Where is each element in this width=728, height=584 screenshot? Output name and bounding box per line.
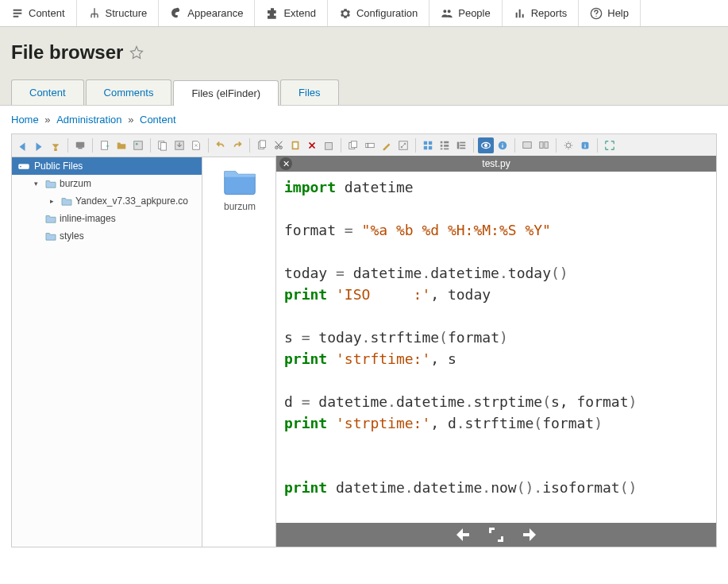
- cut-icon: [273, 140, 284, 151]
- admin-menu-help[interactable]: Help: [579, 0, 641, 26]
- toolbar-fullscreen-button[interactable]: [602, 137, 618, 153]
- viewer-fullscreen-button[interactable]: [487, 525, 506, 544]
- viewer-prev-button[interactable]: [452, 525, 471, 544]
- content-icon: [11, 7, 24, 20]
- toolbar-cut-button[interactable]: [271, 137, 287, 153]
- svg-rect-22: [424, 146, 427, 149]
- open-icon: [157, 140, 168, 151]
- tab-files-elfinder-[interactable]: Files (elFinder): [173, 80, 279, 106]
- svg-rect-39: [545, 142, 548, 149]
- svg-rect-23: [429, 146, 432, 149]
- tree-root-public-files[interactable]: Public Files: [12, 157, 202, 175]
- toolbar-copy-button[interactable]: [254, 137, 270, 153]
- copy-icon: [256, 140, 268, 151]
- admin-menu-configuration[interactable]: Configuration: [328, 0, 429, 26]
- svg-rect-24: [441, 141, 443, 144]
- toolbar-help-button[interactable]: [536, 137, 552, 153]
- view-details-icon: [456, 140, 467, 151]
- toolbar-redo-button[interactable]: [229, 137, 245, 153]
- toolbar-settings-button[interactable]: [560, 137, 576, 153]
- tree-root-label: Public Files: [34, 161, 83, 172]
- toolbar-view-details-button[interactable]: [453, 137, 469, 153]
- breadcrumb-link[interactable]: Administration: [56, 114, 121, 126]
- toolbar-undo-button[interactable]: [213, 137, 229, 153]
- admin-menu-content[interactable]: Content: [0, 0, 77, 26]
- favorite-star-icon[interactable]: [129, 45, 144, 60]
- svg-rect-3: [102, 141, 108, 150]
- admin-menu-structure[interactable]: Structure: [77, 0, 160, 26]
- file-preview-viewer: ✕ test.py import datetime format = "%a %…: [275, 156, 716, 547]
- breadcrumb-link[interactable]: Home: [11, 114, 39, 126]
- tree-item-burzum[interactable]: ▾burzum: [12, 175, 202, 192]
- toolbar-netmount-button[interactable]: [72, 137, 88, 153]
- viewer-next-button[interactable]: [522, 525, 541, 544]
- toolbar-open-button[interactable]: [155, 137, 171, 153]
- admin-menu-people[interactable]: People: [429, 0, 502, 26]
- toolbar-info-button[interactable]: [495, 137, 510, 153]
- toolbar-empty-button[interactable]: [321, 137, 337, 153]
- svg-point-40: [566, 143, 570, 147]
- configuration-icon: [339, 7, 352, 20]
- svg-rect-28: [441, 149, 443, 150]
- tab-files[interactable]: Files: [280, 79, 338, 105]
- toolbar-getfile-button[interactable]: [188, 137, 204, 153]
- svg-rect-32: [460, 145, 465, 146]
- svg-rect-4: [134, 141, 143, 150]
- page-title: File browser: [11, 41, 123, 64]
- toolbar-quicklook-button[interactable]: [519, 137, 535, 153]
- folder-icon: [45, 179, 56, 188]
- svg-rect-31: [460, 142, 465, 144]
- tree-item-Yandex_v7.33_apkpure.co[interactable]: ▸Yandex_v7.33_apkpure.co: [12, 192, 202, 210]
- toolbar-back-button[interactable]: [14, 137, 30, 153]
- back-icon: [17, 140, 28, 151]
- toolbar-download-button[interactable]: [171, 137, 187, 153]
- getfile-icon: [191, 140, 202, 151]
- toolbar-paste-button[interactable]: [287, 137, 303, 153]
- admin-menu-reports[interactable]: Reports: [503, 0, 580, 26]
- quicklook-icon: [522, 140, 533, 151]
- toolbar-newfolder-button[interactable]: [114, 137, 129, 153]
- toolbar-forward-button[interactable]: [31, 137, 47, 153]
- duplicate-icon: [348, 140, 359, 151]
- toolbar-rename-button[interactable]: [362, 137, 378, 153]
- svg-rect-38: [540, 142, 543, 149]
- redo-icon: [232, 140, 243, 151]
- toolbar-duplicate-button[interactable]: [345, 137, 361, 153]
- tab-content[interactable]: Content: [11, 79, 84, 105]
- admin-toolbar: ContentStructureAppearanceExtendConfigur…: [0, 0, 728, 27]
- edit-icon: [381, 140, 392, 151]
- reports-icon: [514, 7, 526, 20]
- viewer-titlebar[interactable]: ✕ test.py: [276, 156, 716, 172]
- breadcrumb: Home » Administration » Content: [0, 106, 728, 133]
- breadcrumb-link[interactable]: Content: [140, 114, 176, 126]
- fullscreen-icon: [604, 140, 615, 151]
- toolbar-resize-button[interactable]: [395, 137, 411, 153]
- tree-item-inline-images[interactable]: inline-images: [12, 210, 202, 227]
- tab-comments[interactable]: Comments: [86, 79, 172, 105]
- download-icon: [174, 140, 185, 151]
- admin-menu-extend[interactable]: Extend: [255, 0, 327, 26]
- viewer-close-button[interactable]: ✕: [279, 157, 292, 170]
- empty-icon: [323, 140, 334, 151]
- svg-rect-37: [523, 142, 532, 149]
- toolbar-up-button[interactable]: [48, 137, 64, 153]
- admin-menu-appearance[interactable]: Appearance: [159, 0, 255, 26]
- toolbar-rm-button[interactable]: [304, 137, 320, 153]
- toolbar-view-list-button[interactable]: [437, 137, 453, 153]
- toolbar-about-button[interactable]: [577, 137, 593, 153]
- file-item-burzum[interactable]: burzum: [212, 167, 268, 212]
- folder-icon: [61, 196, 72, 206]
- toolbar-preview-button[interactable]: [478, 137, 494, 153]
- tree-item-styles[interactable]: styles: [12, 227, 202, 245]
- toolbar-newfile-button[interactable]: [97, 137, 113, 153]
- upload-icon: [133, 140, 144, 151]
- toolbar-upload-button[interactable]: [130, 137, 146, 153]
- folder-icon: [223, 167, 256, 195]
- svg-rect-15: [325, 143, 333, 150]
- toolbar-edit-button[interactable]: [379, 137, 395, 153]
- rename-icon: [364, 140, 376, 151]
- toolbar-view-icons-button[interactable]: [420, 137, 436, 153]
- people-icon: [441, 7, 453, 20]
- svg-rect-33: [460, 148, 465, 149]
- file-content-area[interactable]: burzum ✕ test.py import datetime format …: [202, 157, 716, 547]
